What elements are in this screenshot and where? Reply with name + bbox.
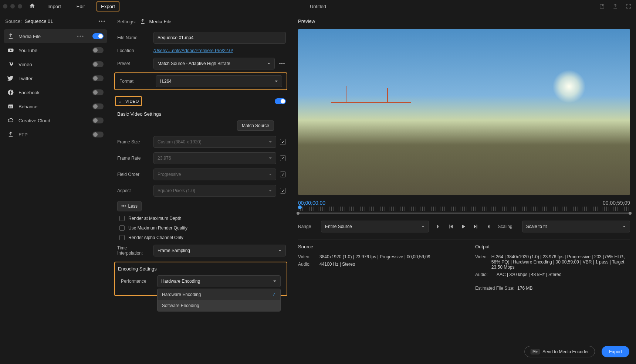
menu-import[interactable]: Import (44, 1, 65, 11)
less-button[interactable]: •••Less (117, 201, 142, 211)
scaling-select[interactable]: Scale to fit (522, 221, 630, 232)
render-alpha-label: Render Alpha Channel Only (128, 235, 183, 240)
filename-input[interactable] (153, 32, 286, 44)
preset-select[interactable]: Match Source - Adaptive High Bitrate (153, 58, 275, 69)
chevron-down-icon (268, 173, 272, 176)
dest-label: FTP (18, 132, 88, 137)
time-interp-select[interactable]: Frame Sampling (153, 245, 286, 256)
dest-toggle[interactable] (92, 132, 104, 137)
location-link[interactable]: /Users/…ents/Adobe/Premiere Pro/22.0/ (153, 48, 233, 53)
preset-more-icon[interactable]: ••• (278, 61, 286, 67)
chevron-down-icon (274, 79, 278, 83)
render-alpha-checkbox[interactable] (119, 235, 125, 240)
use-max-quality-checkbox[interactable] (119, 225, 125, 231)
dest-toggle[interactable] (92, 33, 104, 39)
frame-rate-select[interactable]: 23.976 (153, 152, 276, 164)
est-label: Estimated File Size: (475, 286, 514, 291)
max-render-icon[interactable] (599, 3, 605, 9)
dest-label: Vimeo (18, 62, 88, 67)
range-select[interactable]: Entire Source (321, 221, 429, 232)
mark-out-icon[interactable] (486, 224, 491, 229)
share-icon[interactable] (612, 3, 618, 9)
perf-option-software[interactable]: Software Encoding (158, 300, 280, 311)
field-order-select[interactable]: Progressive (153, 169, 276, 180)
home-icon[interactable] (29, 3, 35, 10)
basic-video-header: Basic Video Settings (111, 110, 292, 120)
chevron-down-icon (421, 225, 425, 228)
menu-export[interactable]: Export (97, 1, 119, 11)
twitter-icon (7, 75, 14, 82)
preview-monitor[interactable] (298, 29, 630, 195)
dest-toggle[interactable] (92, 61, 104, 67)
format-select[interactable]: H.264 (156, 75, 282, 87)
perf-option-hardware[interactable]: Hardware Encoding ✓ (158, 289, 280, 300)
performance-select[interactable]: Hardware Encoding (157, 275, 281, 287)
frame-rate-label: Frame Rate (117, 156, 150, 161)
playhead-icon[interactable] (298, 205, 302, 209)
dest-ftp[interactable]: FTP (4, 127, 107, 142)
use-max-quality-label: Use Maximum Render Quality (128, 225, 187, 231)
dest-twitter[interactable]: Twitter (4, 71, 107, 85)
performance-label: Performance (121, 279, 153, 284)
dest-creative-cloud[interactable]: Creative Cloud (4, 113, 107, 127)
chevron-down-icon (268, 156, 272, 160)
window-traffic-lights[interactable] (3, 4, 22, 8)
settings-name: Media File (149, 19, 172, 24)
dest-label: Facebook (18, 90, 88, 95)
menu-edit[interactable]: Edit (73, 1, 88, 11)
dest-toggle[interactable] (92, 118, 104, 123)
dest-media-file[interactable]: Media File ••• (4, 29, 107, 43)
dest-more-icon[interactable]: ••• (77, 34, 84, 39)
step-forward-icon[interactable] (473, 224, 478, 229)
dest-toggle[interactable] (92, 75, 104, 81)
dest-label: Media File (18, 34, 72, 39)
scrubber[interactable] (298, 207, 630, 216)
dest-vimeo[interactable]: Vimeo (4, 57, 107, 71)
render-max-depth-checkbox[interactable] (119, 216, 125, 221)
dest-youtube[interactable]: YouTube (4, 43, 107, 57)
timecode-in[interactable]: 00;00;00;00 (298, 200, 325, 206)
src-video-val: 3840x1920 (1.0) | 23.976 fps | Progressi… (319, 254, 430, 259)
aspect-lock-check[interactable] (280, 188, 286, 194)
match-source-button[interactable]: Match Source (237, 120, 274, 131)
chevron-down-icon (278, 249, 282, 252)
src-audio-val: 44100 Hz | Stereo (319, 262, 355, 267)
frame-size-select[interactable]: Custom (3840 x 1920) (153, 136, 276, 148)
frame-size-lock-check[interactable] (280, 139, 286, 145)
send-to-encoder-button[interactable]: Me Send to Media Encoder (524, 346, 595, 357)
svg-rect-0 (600, 4, 604, 8)
play-icon[interactable] (461, 224, 466, 229)
output-info-header: Output (475, 244, 630, 253)
src-video-key: Video: (298, 254, 316, 259)
source-label: Source: (5, 18, 22, 24)
creative-cloud-icon (7, 117, 14, 124)
time-interp-label: Time Interpolation: (117, 245, 150, 256)
dest-toggle[interactable] (92, 47, 104, 53)
video-section-title[interactable]: VIDEO (125, 99, 139, 103)
source-more-icon[interactable]: ••• (98, 18, 106, 24)
upload-icon (7, 131, 14, 138)
dest-toggle[interactable] (92, 89, 104, 95)
mark-in-icon[interactable] (436, 224, 441, 229)
format-label: Format (119, 79, 152, 84)
encoding-settings-header: Encoding Settings (118, 266, 284, 275)
chevron-down-icon (273, 279, 277, 283)
step-back-icon[interactable] (448, 224, 453, 229)
field-order-lock-check[interactable] (280, 171, 286, 177)
dest-toggle[interactable] (92, 103, 104, 109)
video-section-toggle[interactable] (275, 98, 286, 104)
source-value[interactable]: Sequence 01 (25, 18, 99, 24)
aspect-select[interactable]: Square Pixels (1.0) (153, 185, 276, 197)
frame-rate-lock-check[interactable] (280, 155, 286, 161)
fullscreen-icon[interactable] (626, 3, 632, 9)
export-file-icon (7, 33, 14, 40)
field-order-label: Field Order (117, 172, 150, 177)
dest-facebook[interactable]: Facebook (4, 85, 107, 99)
media-encoder-badge-icon: Me (531, 349, 539, 354)
settings-export-icon (140, 18, 146, 24)
dest-behance[interactable]: Bē Behance (4, 99, 107, 113)
performance-dropdown: Hardware Encoding ✓ Software Encoding (157, 289, 281, 312)
section-caret-icon[interactable]: ⌄ (118, 98, 122, 104)
svg-text:Bē: Bē (9, 106, 12, 108)
export-button[interactable]: Export (602, 346, 629, 357)
